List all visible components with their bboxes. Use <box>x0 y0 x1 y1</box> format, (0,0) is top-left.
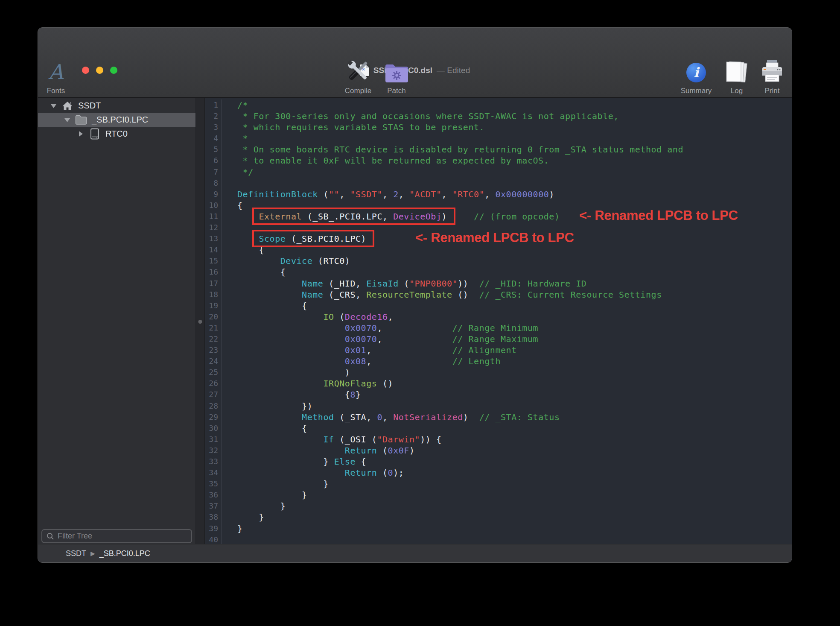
breadcrumb-root[interactable]: SSDT <box>66 549 86 558</box>
code-text: { <box>222 244 264 255</box>
code-line: 19 { <box>205 300 792 311</box>
code-text: { <box>222 423 307 434</box>
line-number: 3 <box>205 122 222 133</box>
code-text: Device (RTC0) <box>222 255 350 266</box>
disclosure-collapsed-icon[interactable] <box>76 131 85 137</box>
code-text: DefinitionBlock ("", "SSDT", 2, "ACDT", … <box>222 189 554 200</box>
code-line: 22 0x0070, // Range Maximum <box>205 333 792 345</box>
line-number: 14 <box>205 244 222 255</box>
code-text: } <box>222 500 286 512</box>
code-text: { <box>222 200 243 211</box>
line-number: 11 <box>205 211 222 222</box>
code-line: 28 }) <box>205 401 792 412</box>
summary-label: Summary <box>681 87 712 95</box>
code-line: 13 Scope (_SB.PCI0.LPC) <box>205 233 792 244</box>
line-number: 34 <box>205 467 222 478</box>
disclosure-expanded-icon[interactable] <box>63 117 71 123</box>
code-line: 30 { <box>205 423 792 434</box>
code-text: } Else { <box>222 456 366 467</box>
patch-button[interactable]: Patch <box>369 56 424 95</box>
code-line: 16 { <box>205 266 792 278</box>
compile-tools-icon <box>345 56 371 84</box>
line-number: 1 <box>205 99 222 111</box>
line-number: 6 <box>205 155 222 166</box>
tree-item--sb-pci0-lpc[interactable]: _SB.PCI0.LPC <box>38 113 195 127</box>
line-number: 39 <box>205 523 222 534</box>
file-icon <box>88 128 101 140</box>
code-line: 12 <box>205 222 792 233</box>
folder-icon <box>75 115 88 125</box>
code-lines: 1/*2 * For 300-series only and occasions… <box>205 98 792 545</box>
line-number: 28 <box>205 401 222 412</box>
line-number: 10 <box>205 200 222 211</box>
line-number: 18 <box>205 289 222 300</box>
code-line: 5 * On some boards RTC device is disable… <box>205 144 792 155</box>
patch-label: Patch <box>387 87 405 95</box>
patch-folder-icon <box>384 56 409 84</box>
code-line: 33 } Else { <box>205 456 792 467</box>
code-text: 0x08, // Length <box>222 356 501 367</box>
fonts-label: Fonts <box>47 87 65 95</box>
ssdt-tree: SSDT_SB.PCI0.LPCRTC0 <box>38 98 195 527</box>
code-text: * On some boards RTC device is disabled … <box>222 144 683 155</box>
line-number: 19 <box>205 300 222 311</box>
breadcrumb-separator-icon: ▶ <box>90 550 95 557</box>
code-text: If (_OSI ("Darwin")) { <box>222 434 442 445</box>
line-number: 15 <box>205 255 222 266</box>
code-text: 0x0070, // Range Maximum <box>222 333 538 345</box>
code-text: Method (_STA, 0, NotSerialized) // _STA:… <box>222 412 560 423</box>
code-line: 23 0x01, // Alignment <box>205 345 792 356</box>
code-line: 18 Name (_CRS, ResourceTemplate () // _C… <box>205 289 792 300</box>
line-number: 2 <box>205 111 222 122</box>
code-line: 39} <box>205 523 792 534</box>
code-text: IRQNoFlags () <box>222 378 393 389</box>
log-label: Log <box>731 87 743 95</box>
code-line: 9DefinitionBlock ("", "SSDT", 2, "ACDT",… <box>205 189 792 200</box>
code-line: 10{ <box>205 200 792 211</box>
line-number: 30 <box>205 423 222 434</box>
line-number: 5 <box>205 144 222 155</box>
filter-tree-box[interactable] <box>41 529 192 543</box>
line-number: 4 <box>205 133 222 144</box>
line-number: 22 <box>205 333 222 345</box>
code-text: {8} <box>222 389 361 400</box>
code-text: } <box>222 489 307 500</box>
tree-item-rtc0[interactable]: RTC0 <box>38 127 195 141</box>
line-number: 26 <box>205 378 222 389</box>
code-line: 24 0x08, // Length <box>205 356 792 367</box>
filter-tree-input[interactable] <box>58 532 187 541</box>
line-number: 32 <box>205 445 222 456</box>
code-line: 38 } <box>205 512 792 523</box>
code-line: 26 IRQNoFlags () <box>205 378 792 389</box>
code-line: 4 * <box>205 133 792 144</box>
code-text: Scope (_SB.PCI0.LPC) <box>222 233 366 244</box>
line-number: 38 <box>205 512 222 523</box>
disclosure-expanded-icon[interactable] <box>49 103 58 108</box>
code-text: } <box>222 478 329 489</box>
line-number: 24 <box>205 356 222 367</box>
code-line: 14 { <box>205 244 792 255</box>
code-text: { <box>222 266 286 278</box>
tree-item-label: SSDT <box>78 101 101 111</box>
info-icon: i <box>686 63 706 82</box>
code-line: 27 {8} <box>205 389 792 400</box>
breadcrumb-current[interactable]: _SB.PCI0.LPC <box>99 549 150 558</box>
code-line: 40 <box>205 534 792 545</box>
code-text <box>222 222 237 233</box>
print-button[interactable]: Print <box>744 56 792 95</box>
status-bar: SSDT ▶ _SB.PCI0.LPC <box>38 544 792 562</box>
line-number: 31 <box>205 434 222 445</box>
fonts-button[interactable]: A Fonts <box>38 56 84 95</box>
code-text: External (_SB_.PCI0.LPC, DeviceObj) // (… <box>222 211 560 222</box>
tree-item-ssdt[interactable]: SSDT <box>38 99 195 113</box>
code-line: 20 IO (Decode16, <box>205 311 792 322</box>
code-text: } <box>222 512 264 523</box>
code-text: { <box>222 300 307 311</box>
sidebar-resize-handle[interactable] <box>195 98 205 545</box>
code-editor[interactable]: 1/*2 * For 300-series only and occasions… <box>205 98 792 545</box>
code-line: 34 Return (0); <box>205 467 792 478</box>
line-number: 33 <box>205 456 222 467</box>
code-line: 1/* <box>205 99 792 111</box>
code-text: 0x01, // Alignment <box>222 345 517 356</box>
code-text <box>222 178 237 189</box>
